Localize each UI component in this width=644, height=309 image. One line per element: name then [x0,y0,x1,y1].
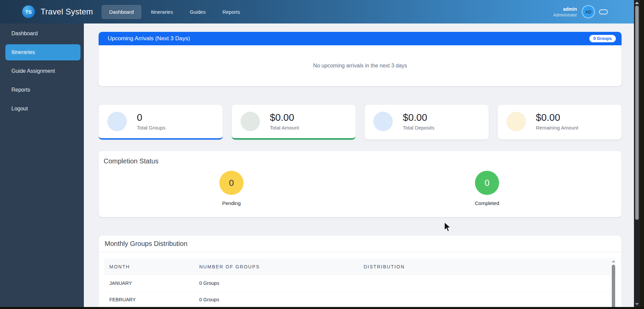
mouse-cursor [443,222,452,233]
nav-item-dashboard[interactable]: Dashboard [102,5,141,19]
stat-label: Remaining Amount [536,125,579,131]
table-row: JANUARY 0 Groups [104,275,616,292]
stat-value: $0.00 [536,112,579,123]
completion-status-card: Completion Status 0 Pending 0 Completed [99,151,622,217]
upcoming-arrivals-title: Upcoming Arrivals (Next 3 Days) [108,35,589,42]
main-content: Upcoming Arrivals (Next 3 Days) 0 Groups… [84,23,634,307]
stat-label: Total Amount [270,125,299,131]
brand: TS Travel System [22,5,93,18]
user-meta: admin Administrator [553,6,577,17]
upcoming-arrivals-empty-state: No upcoming arrivals in the next 3 days [99,45,622,86]
total-deposits-icon [373,112,393,131]
avatar[interactable]: AD [582,5,595,18]
sidebar-item-guide-assignment[interactable]: Guide Assignment [0,62,84,81]
total-amount-icon [240,112,260,131]
completed-status: 0 Completed [359,171,615,206]
column-header-number-of-groups: NUMBER OF GROUPS [194,264,358,269]
total-groups-icon [107,112,127,131]
sidebar-item-reports[interactable]: Reports [0,81,84,99]
groups-count-badge: 0 Groups [589,35,616,42]
table-scrollbar-thumb[interactable] [612,265,615,309]
user-role: Administrator [553,13,577,17]
table-scroll-up-icon[interactable] [612,260,615,262]
navbar-links: Dashboard Itineraries Guides Reports [102,5,250,19]
pending-count-circle: 0 [219,171,244,195]
monthly-distribution-card: Monthly Groups Distribution MONTH NUMBER… [99,236,622,309]
window-bottom-edge [0,307,644,309]
nav-item-guides[interactable]: Guides [183,5,213,18]
table-row: FEBRUARY 0 Groups [104,292,616,308]
top-navbar: TS Travel System Dashboard Itineraries G… [0,0,634,23]
stat-label: Total Deposits [403,125,434,131]
remaining-amount-icon [506,112,526,131]
completion-status-row: 0 Pending 0 Completed [104,171,615,206]
menu-toggle-icon[interactable] [599,9,608,14]
stat-card-total-deposits: $0.00 Total Deposits [365,105,489,140]
avatar-initials: AD [585,9,591,14]
stat-card-total-amount: $0.00 Total Amount [232,105,356,140]
scroll-up-icon[interactable] [635,2,639,4]
sidebar-item-itineraries[interactable]: Itineraries [5,44,80,60]
nav-item-reports[interactable]: Reports [215,5,247,18]
user-name: admin [553,6,577,12]
stat-card-remaining-amount: $0.00 Remaining Amount [498,105,622,140]
stat-value: 0 [137,112,165,123]
sidebar-item-dashboard[interactable]: Dashboard [0,24,84,43]
app-title: Travel System [41,7,93,16]
app-logo: TS [22,5,35,18]
scroll-down-icon[interactable] [635,303,639,305]
stat-label: Total Groups [137,125,165,131]
month-cell: FEBRUARY [104,297,194,302]
logo-text: TS [25,9,32,15]
monthly-distribution-title: Monthly Groups Distribution [99,240,622,252]
pending-label: Pending [222,200,240,206]
upcoming-arrivals-card: Upcoming Arrivals (Next 3 Days) 0 Groups… [99,32,622,86]
table-scrollbar[interactable] [611,259,615,309]
stat-value: $0.00 [270,112,299,123]
page-scrollbar[interactable] [634,0,640,307]
completed-count-circle: 0 [475,171,499,195]
stats-row: 0 Total Groups $0.00 Total Amount $0.00 … [99,105,622,140]
stat-card-total-groups: 0 Total Groups [99,105,223,140]
page-scrollbar-thumb[interactable] [635,5,639,220]
upcoming-arrivals-header: Upcoming Arrivals (Next 3 Days) 0 Groups [99,32,622,45]
pending-status: 0 Pending [104,171,359,206]
user-area: admin Administrator AD [553,0,608,23]
pending-count: 0 [229,178,234,188]
groups-cell: 0 Groups [194,280,358,286]
completed-label: Completed [475,200,499,206]
table-header-row: MONTH NUMBER OF GROUPS DISTRIBUTION [104,258,616,275]
completed-count: 0 [485,178,489,188]
monthly-distribution-table: MONTH NUMBER OF GROUPS DISTRIBUTION JANU… [104,258,616,308]
column-header-distribution: DISTRIBUTION [358,264,616,269]
month-cell: JANUARY [104,280,194,286]
window-right-edge [640,0,644,309]
nav-item-itineraries[interactable]: Itineraries [144,5,180,18]
stat-value: $0.00 [403,112,434,123]
sidebar: Dashboard Itineraries Guide Assignment R… [0,23,84,307]
groups-cell: 0 Groups [194,297,358,302]
sidebar-item-logout[interactable]: Logout [0,99,84,118]
completion-status-title: Completion Status [104,157,615,165]
column-header-month: MONTH [104,264,194,269]
